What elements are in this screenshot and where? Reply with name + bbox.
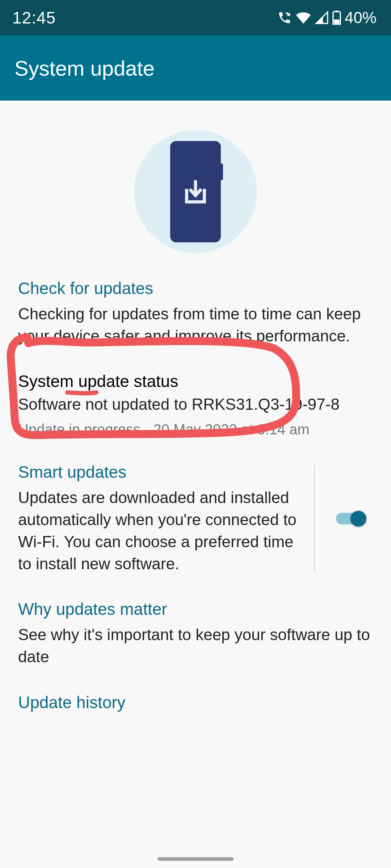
smart-updates-body: Updates are downloaded and installed aut…	[18, 487, 300, 575]
section-update-history[interactable]: Update history	[18, 693, 373, 712]
app-bar: System update	[0, 35, 391, 101]
why-updates-body: See why it's important to keep your soft…	[18, 624, 373, 668]
update-status-line: Software not updated to RRKS31.Q3-19-97-…	[18, 395, 373, 413]
update-status-sub: Update in progress - 20 May 2022 at 8:14…	[18, 421, 373, 438]
update-status-title: System update status	[18, 371, 373, 391]
signal-icon	[315, 11, 329, 25]
smart-updates-toggle[interactable]	[336, 511, 366, 527]
vertical-divider	[314, 464, 315, 573]
status-bar: 12:45 40%	[0, 0, 391, 35]
why-updates-title: Why updates matter	[18, 599, 373, 619]
update-history-title: Update history	[18, 693, 373, 712]
status-time: 12:45	[12, 8, 56, 27]
section-update-status: System update status Software not update…	[18, 371, 373, 438]
check-updates-body: Checking for updates from time to time c…	[18, 303, 373, 347]
content-area: Check for updates Checking for updates f…	[0, 101, 391, 712]
status-indicators: 40%	[277, 9, 377, 27]
check-updates-title: Check for updates	[18, 278, 373, 298]
gesture-nav-handle[interactable]	[157, 857, 234, 861]
hero-illustration	[18, 101, 373, 278]
page-title: System update	[14, 56, 155, 80]
smart-updates-title: Smart updates	[18, 462, 300, 482]
wifi-calling-icon	[277, 10, 292, 25]
hero-circle	[134, 130, 257, 253]
battery-icon	[332, 10, 341, 25]
svg-rect-2	[334, 20, 339, 24]
section-smart-updates: Smart updates Updates are downloaded and…	[18, 462, 373, 575]
battery-percent: 40%	[345, 9, 377, 27]
smart-updates-text[interactable]: Smart updates Updates are downloaded and…	[18, 462, 300, 575]
phone-download-icon	[170, 141, 221, 242]
section-why-updates[interactable]: Why updates matter See why it's importan…	[18, 599, 373, 668]
smart-updates-toggle-container	[329, 462, 373, 575]
wifi-icon	[295, 10, 311, 26]
section-check-updates[interactable]: Check for updates Checking for updates f…	[18, 278, 373, 347]
